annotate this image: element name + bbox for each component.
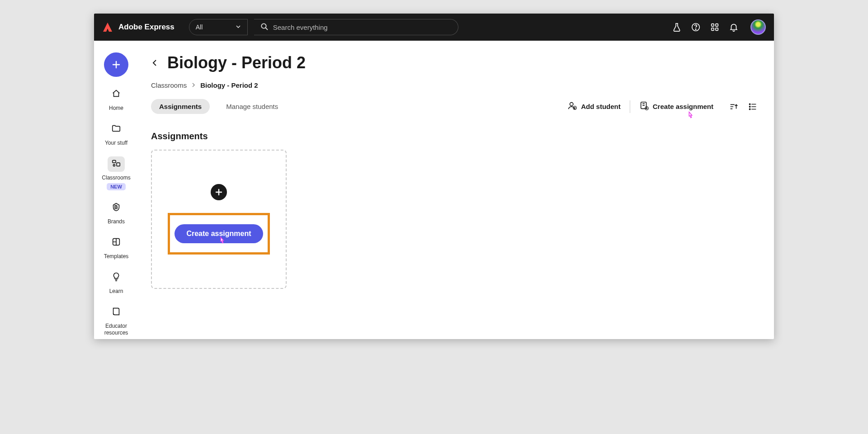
chevron-down-icon [236, 24, 241, 31]
svg-rect-7 [716, 28, 718, 31]
search-filter-label: All [196, 24, 203, 31]
svg-point-17 [749, 106, 750, 107]
home-icon [111, 89, 121, 100]
title-row: Biology - Period 2 [151, 53, 758, 72]
highlight-box: Create assignment [168, 213, 269, 255]
svg-line-1 [265, 28, 268, 30]
product-name: Adobe Express [118, 23, 175, 32]
pointer-cursor-icon [685, 111, 695, 121]
search-filter-dropdown[interactable]: All [189, 19, 248, 35]
search-input[interactable] [273, 24, 452, 31]
sidebar-item-label: Educator resources [94, 323, 138, 336]
bell-icon[interactable] [729, 22, 739, 32]
empty-assignment-card: Create assignment [151, 150, 287, 289]
svg-point-12 [570, 103, 573, 106]
create-assignment-icon [639, 101, 649, 112]
search-icon [260, 23, 269, 32]
lightbulb-icon [111, 272, 121, 283]
top-bar: Adobe Express All [94, 14, 774, 41]
folder-icon [111, 123, 121, 135]
divider [630, 100, 630, 113]
book-icon [111, 307, 121, 318]
svg-rect-9 [117, 163, 120, 166]
sidebar-item-label: Learn [109, 288, 123, 295]
beaker-icon[interactable] [672, 22, 682, 32]
sort-icon[interactable] [729, 102, 739, 112]
svg-rect-5 [716, 24, 718, 27]
svg-rect-6 [712, 28, 714, 31]
sidebar-item-educator-resources[interactable]: Educator resources [94, 305, 138, 336]
sidebar-item-label: Home [109, 105, 123, 112]
breadcrumb-current: Biology - Period 2 [200, 81, 258, 89]
section-heading: Assignments [151, 131, 758, 142]
body: Home Your stuff Classrooms NEW Brands Te… [94, 41, 774, 339]
sidebar-item-learn[interactable]: Learn [108, 270, 125, 295]
assignment-grid: Create assignment [151, 150, 758, 289]
svg-rect-8 [113, 160, 116, 163]
search-container [254, 19, 459, 35]
top-icon-group [672, 19, 766, 35]
sidebar-item-classrooms[interactable]: Classrooms NEW [102, 156, 130, 190]
avatar[interactable] [750, 19, 766, 35]
adobe-express-logo-icon [102, 22, 113, 33]
create-assignment-label: Create assignment [653, 103, 713, 110]
back-caret-icon[interactable] [151, 59, 159, 67]
svg-rect-4 [712, 24, 714, 27]
apps-grid-icon[interactable] [710, 22, 720, 32]
app-window: Adobe Express All [94, 14, 774, 339]
new-project-button[interactable] [104, 52, 128, 77]
pointer-cursor-icon [217, 236, 227, 246]
help-icon[interactable] [691, 22, 701, 32]
sidebar-item-templates[interactable]: Templates [104, 235, 129, 260]
logo-block: Adobe Express [102, 22, 175, 33]
svg-point-16 [749, 104, 750, 104]
breadcrumb-root[interactable]: Classrooms [151, 81, 187, 89]
brands-icon [111, 202, 121, 214]
sidebar-item-label: Your stuff [105, 140, 127, 146]
svg-point-18 [749, 108, 750, 109]
sidebar: Home Your stuff Classrooms NEW Brands Te… [94, 41, 138, 339]
tab-assignments[interactable]: Assignments [151, 99, 210, 114]
add-person-icon [567, 101, 577, 112]
classroom-icon [111, 158, 121, 170]
svg-point-0 [261, 24, 266, 28]
page-title: Biology - Period 2 [167, 53, 306, 72]
main-content: Biology - Period 2 Classrooms Biology - … [138, 41, 774, 339]
svg-point-10 [113, 165, 115, 166]
sidebar-item-label: Classrooms [102, 175, 130, 181]
chevron-right-icon [191, 82, 196, 89]
breadcrumb: Classrooms Biology - Period 2 [151, 81, 758, 89]
sidebar-item-label: Brands [108, 218, 125, 225]
svg-point-3 [695, 29, 696, 30]
tabs: Assignments Manage students [151, 99, 286, 114]
sidebar-item-home[interactable]: Home [108, 87, 125, 112]
tab-manage-students[interactable]: Manage students [218, 99, 286, 114]
new-badge: NEW [107, 183, 126, 190]
templates-icon [111, 237, 121, 249]
add-student-label: Add student [581, 103, 621, 110]
round-plus-button[interactable] [211, 184, 227, 200]
sidebar-item-label: Templates [104, 253, 129, 260]
controls-row: Assignments Manage students Add student … [151, 99, 758, 114]
create-assignment-button[interactable]: Create assignment [639, 101, 713, 112]
sidebar-item-brands[interactable]: Brands [108, 200, 125, 225]
list-view-icon[interactable] [748, 102, 758, 112]
sidebar-item-your-stuff[interactable]: Your stuff [105, 122, 127, 146]
add-student-button[interactable]: Add student [567, 101, 621, 112]
